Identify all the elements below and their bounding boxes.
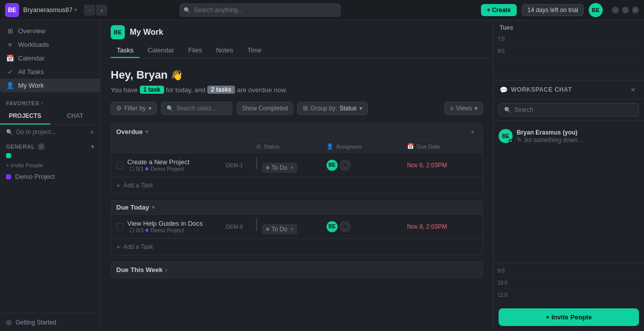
status-dot <box>266 166 269 169</box>
views-icon: ≡ <box>450 105 453 112</box>
workloads-icon: ≡ <box>6 41 14 48</box>
filter-icon: ⚙ <box>116 105 122 112</box>
filter-label: Filter by <box>124 105 146 112</box>
assignees-cell: BE + <box>321 156 402 175</box>
task-meta: ☐ 0/3 Demo Project <box>127 227 203 234</box>
chat-search-inner: 🔍 <box>499 103 639 116</box>
status-label: To Do <box>272 164 287 171</box>
sidebar-item-all-tasks[interactable]: ✓ All Tasks <box>0 65 100 79</box>
task-count-badge: 1 task <box>140 86 164 94</box>
go-project-input[interactable] <box>16 128 87 136</box>
col-status: ◎ Status <box>251 140 321 153</box>
invite-people-link[interactable]: + Invite People <box>0 160 100 170</box>
task-subtask: ☐ 0/1 <box>129 166 143 172</box>
overdue-task-table: ◎ Status 👤 Assignees 📅 Due Date <box>111 140 483 194</box>
nav-forward-button[interactable]: › <box>96 5 107 16</box>
chat-panel: 💬 WORKSPACE CHAT ✕ 🔍 BE <box>494 81 644 331</box>
maximize-button[interactable]: □ <box>622 7 629 14</box>
typing-icon: ✎ <box>517 137 522 144</box>
favorites-label[interactable]: FAVORITES › <box>0 96 100 108</box>
time-slot-10: 10:0 <box>498 277 640 289</box>
tab-tasks[interactable]: Tasks <box>111 43 139 58</box>
create-button[interactable]: + Create <box>481 4 517 16</box>
group-by-icon: ⊞ <box>303 105 308 112</box>
separator <box>256 219 257 231</box>
sidebar-tab-projects[interactable]: PROJECTS <box>0 108 50 124</box>
status-badge[interactable]: To Do ▾ <box>262 224 297 234</box>
add-task-row-today[interactable]: + Add a Task <box>111 239 482 255</box>
workspace-selector[interactable]: Bryanerasmus87 ▾ <box>23 6 77 14</box>
filter-chevron: ▾ <box>148 105 151 112</box>
window-controls: — □ ✕ <box>612 7 639 14</box>
tab-notes[interactable]: Notes <box>210 43 239 58</box>
status-label: To Do <box>272 226 287 233</box>
task-search-icon: 🔍 <box>167 105 174 112</box>
user-avatar-button[interactable]: BE <box>589 3 603 17</box>
sidebar-tab-chat[interactable]: CHAT <box>50 108 101 124</box>
getting-started-icon: ◎ <box>6 318 12 326</box>
task-checkbox[interactable] <box>116 223 123 230</box>
greeting: Hey, Bryan 👋 <box>111 69 483 82</box>
add-column-button[interactable]: + <box>467 126 477 137</box>
due-this-week-chevron: › <box>165 267 167 274</box>
close-button[interactable]: ✕ <box>632 7 639 14</box>
demo-project-dot <box>6 174 11 179</box>
chat-title: 💬 WORKSPACE CHAT <box>500 86 572 94</box>
add-task-row[interactable]: + Add a Task <box>111 177 482 193</box>
workspace-name: Bryanerasmus87 <box>23 6 72 14</box>
demo-project-label: Demo Project <box>15 173 55 180</box>
chat-header: 💬 WORKSPACE CHAT ✕ <box>494 81 644 99</box>
tab-time[interactable]: Time <box>241 43 267 58</box>
add-project-button[interactable]: + <box>90 128 94 136</box>
due-today-section-header[interactable]: Due Today ▾ <box>111 200 483 215</box>
invite-people-button[interactable]: + Invite People <box>499 308 639 326</box>
group-by-button[interactable]: ⊞ Group by: Status ▾ <box>297 102 368 115</box>
workspace-logo[interactable]: BE <box>5 3 19 17</box>
project-dot-small <box>145 167 148 170</box>
views-chevron: ▾ <box>474 105 477 112</box>
chat-search-input[interactable] <box>514 106 633 113</box>
assignee-avatar-be: BE <box>327 221 338 232</box>
minimize-button[interactable]: — <box>612 7 619 14</box>
sidebar-label-my-work: My Work <box>18 82 44 89</box>
content-title-row: BE My Work <box>111 25 483 39</box>
task-search-input[interactable] <box>177 105 227 112</box>
page-title: My Work <box>130 28 163 37</box>
sidebar-item-overview[interactable]: ⊞ Overview <box>0 24 100 38</box>
nav-back-button[interactable]: ‹ <box>84 5 95 16</box>
tab-calendar[interactable]: Calendar <box>141 43 180 58</box>
topbar-search-area: 🔍 <box>180 4 341 17</box>
sidebar-item-calendar[interactable]: 📅 Calendar <box>0 51 100 65</box>
sidebar-item-my-work[interactable]: 👤 My Work <box>0 79 100 92</box>
content-tabs: Tasks Calendar Files Notes Time <box>111 43 483 58</box>
views-button[interactable]: ≡ Views ▾ <box>444 102 483 115</box>
views-label: Views <box>456 105 472 112</box>
due-this-week-header[interactable]: Due This Week › <box>111 261 483 278</box>
getting-started-item[interactable]: ◎ Getting Started <box>0 313 100 331</box>
chat-search-area: 🔍 <box>494 99 644 121</box>
task-subtask: ☐ 0/3 <box>129 227 143 234</box>
toolbar-right: ≡ Views ▾ <box>444 102 483 115</box>
task-name-cell: Create a New Project ☐ 0/1 Demo Project <box>111 154 251 176</box>
all-tasks-icon: ✓ <box>6 68 14 76</box>
filter-button[interactable]: ⚙ Filter by ▾ <box>111 102 157 115</box>
show-completed-button[interactable]: Show Completed <box>236 102 293 115</box>
global-search-input[interactable] <box>180 4 341 17</box>
tab-files[interactable]: Files <box>182 43 208 58</box>
chat-close-button[interactable]: ✕ <box>628 85 638 95</box>
task-checkbox[interactable] <box>116 162 123 169</box>
chat-message-content: Bryan Erasmus (you) ✎ Jot something down… <box>517 129 639 144</box>
search-icon: 🔍 <box>184 7 191 13</box>
add-task-icon: + <box>116 243 120 251</box>
nav-arrows: ‹ › <box>84 5 107 16</box>
chat-message-text: ✎ Jot something down... <box>517 137 639 144</box>
task-id: DEM-1 <box>226 162 246 168</box>
content-header: BE My Work Tasks Calendar Files Notes Ti… <box>101 20 493 58</box>
sidebar-item-workloads[interactable]: ≡ Workloads <box>0 38 100 51</box>
calendar-icon: 📅 <box>6 54 14 62</box>
status-badge[interactable]: To Do ▾ <box>262 163 297 173</box>
sidebar-project-demo[interactable]: Demo Project <box>0 170 100 183</box>
status-chevron: ▾ <box>291 165 293 170</box>
overdue-section-header[interactable]: Overdue ▾ + <box>111 123 483 140</box>
trial-badge: 14 days left on trial <box>522 4 584 16</box>
